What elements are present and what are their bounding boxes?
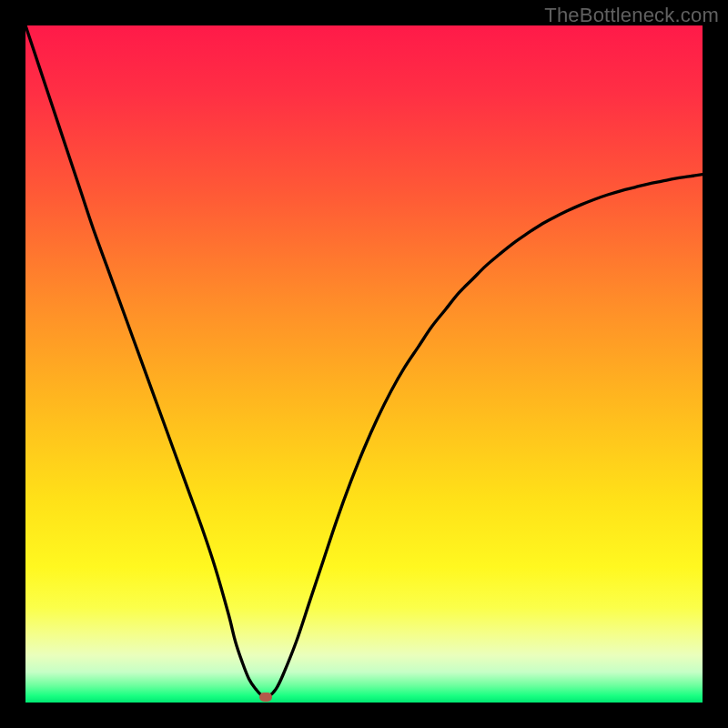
watermark-text: TheBottleneck.com <box>544 4 719 27</box>
chart-stage: TheBottleneck.com <box>0 0 728 728</box>
plot-area <box>25 25 703 703</box>
bottleneck-curve <box>25 25 703 703</box>
optimal-point-marker <box>259 693 272 702</box>
